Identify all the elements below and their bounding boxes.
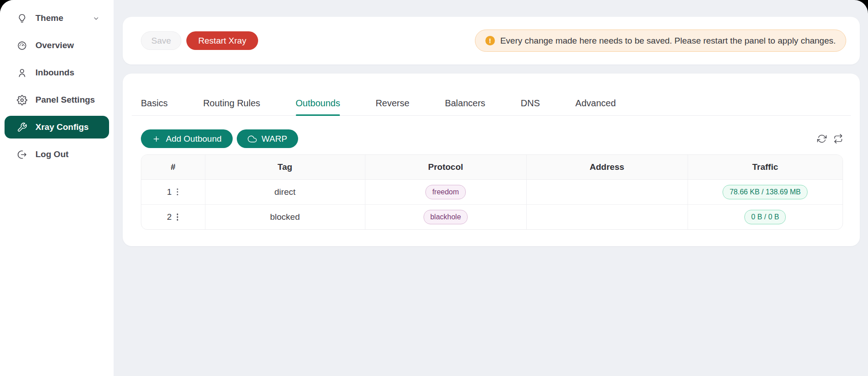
config-tabs: BasicsRouting RulesOutboundsReverseBalan… [132, 74, 851, 116]
sidebar-item-label: Theme [35, 13, 63, 23]
tag-cell: direct [205, 179, 365, 204]
column-header-traffic: Traffic [688, 155, 843, 179]
row-index-cell: 2 [141, 204, 205, 229]
address-cell [526, 179, 688, 204]
refresh-icon[interactable] [817, 134, 827, 143]
column-header-tag: Tag [205, 155, 365, 179]
bulb-icon [17, 13, 27, 24]
sidebar-item-label: Xray Configs [35, 122, 89, 132]
protocol-badge: freedom [425, 185, 466, 199]
outbounds-table-grid: #TagProtocolAddressTraffic 1directfreedo… [141, 155, 843, 229]
plus-icon [152, 134, 161, 143]
tab-outbounds[interactable]: Outbounds [296, 98, 340, 115]
warning-alert-text: Every change made here needs to be saved… [500, 36, 836, 46]
sidebar: ThemeOverviewInboundsPanel SettingsXray … [0, 0, 114, 376]
outbounds-table: #TagProtocolAddressTraffic 1directfreedo… [141, 154, 843, 230]
row-index: 2 [167, 212, 172, 222]
tab-dns[interactable]: DNS [521, 98, 540, 115]
sidebar-item-overview[interactable]: Overview [5, 34, 109, 57]
sidebar-item-label: Inbounds [35, 68, 74, 78]
repeat-icon[interactable] [833, 134, 843, 143]
tag-cell: blocked [205, 204, 365, 229]
app-window: ThemeOverviewInboundsPanel SettingsXray … [0, 0, 868, 376]
row-index: 1 [167, 187, 172, 197]
protocol-badge: blackhole [424, 210, 468, 224]
outbounds-toolbar: Add Outbound WARP [141, 129, 843, 148]
xray-config-card: BasicsRouting RulesOutboundsReverseBalan… [123, 74, 860, 246]
traffic-cell: 78.66 KB / 138.69 MB [688, 179, 843, 204]
warning-alert: ! Every change made here needs to be sav… [475, 30, 846, 52]
table-action-icons [817, 134, 843, 143]
save-button[interactable]: Save [141, 31, 181, 50]
gear-icon [17, 95, 27, 105]
protocol-cell: blackhole [365, 204, 526, 229]
column-header-address: Address [526, 155, 688, 179]
table-row: 2blockedblackhole0 B / 0 B [141, 204, 843, 229]
dashboard-icon [17, 40, 27, 51]
sidebar-item-label: Panel Settings [35, 95, 95, 105]
sidebar-nav: ThemeOverviewInboundsPanel SettingsXray … [0, 7, 114, 166]
traffic-badge: 0 B / 0 B [744, 210, 786, 224]
wrench-icon [17, 122, 27, 133]
warning-icon: ! [485, 36, 495, 45]
cloud-icon [248, 134, 257, 143]
sidebar-item-inbounds[interactable]: Inbounds [5, 61, 109, 84]
chevron-down-icon [92, 15, 100, 22]
sidebar-item-label: Overview [35, 40, 74, 50]
main-content: Save Restart Xray ! Every change made he… [114, 0, 868, 376]
table-header-row: #TagProtocolAddressTraffic [141, 155, 843, 179]
logout-icon [17, 149, 27, 160]
protocol-cell: freedom [365, 179, 526, 204]
more-vertical-icon[interactable] [176, 212, 180, 222]
more-vertical-icon[interactable] [176, 187, 180, 197]
action-bar-card: Save Restart Xray ! Every change made he… [123, 17, 860, 64]
restart-xray-button[interactable]: Restart Xray [186, 31, 258, 50]
sidebar-item-panel-settings[interactable]: Panel Settings [5, 89, 109, 111]
add-outbound-button[interactable]: Add Outbound [141, 129, 233, 148]
column-header-index: # [141, 155, 205, 179]
sidebar-item-log-out[interactable]: Log Out [5, 143, 109, 166]
sidebar-item-xray-configs[interactable]: Xray Configs [5, 116, 109, 139]
tab-balancers[interactable]: Balancers [445, 98, 485, 115]
add-outbound-label: Add Outbound [166, 134, 222, 144]
user-icon [17, 68, 27, 78]
tab-advanced[interactable]: Advanced [575, 98, 616, 115]
row-index-cell: 1 [141, 179, 205, 204]
tab-basics[interactable]: Basics [141, 98, 168, 115]
tab-reverse[interactable]: Reverse [375, 98, 409, 115]
address-cell [526, 204, 688, 229]
warp-button[interactable]: WARP [237, 129, 298, 148]
sidebar-item-theme[interactable]: Theme [5, 7, 109, 30]
traffic-cell: 0 B / 0 B [688, 204, 843, 229]
traffic-badge: 78.66 KB / 138.69 MB [723, 185, 808, 199]
table-row: 1directfreedom78.66 KB / 138.69 MB [141, 179, 843, 204]
sidebar-item-label: Log Out [35, 149, 69, 159]
warp-label: WARP [262, 134, 287, 144]
column-header-protocol: Protocol [365, 155, 526, 179]
tab-routing-rules[interactable]: Routing Rules [203, 98, 260, 115]
